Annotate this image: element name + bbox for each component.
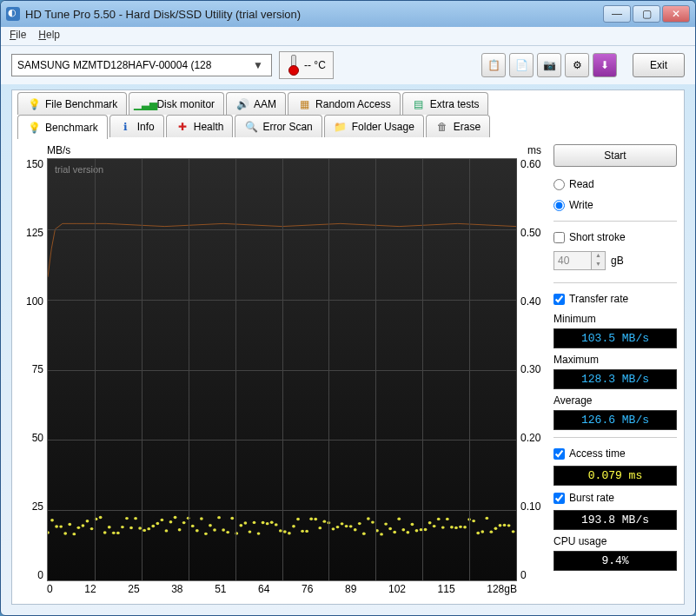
minimize-button[interactable]: — bbox=[603, 5, 631, 23]
svg-point-39 bbox=[217, 516, 221, 519]
svg-point-101 bbox=[489, 530, 493, 533]
svg-point-35 bbox=[200, 517, 203, 520]
read-label: Read bbox=[569, 178, 594, 190]
svg-point-28 bbox=[169, 520, 173, 523]
svg-point-97 bbox=[472, 520, 475, 522]
tab-file-benchmark[interactable]: 💡File Benchmark bbox=[17, 92, 127, 115]
svg-point-87 bbox=[428, 521, 432, 524]
svg-point-26 bbox=[160, 519, 163, 521]
tab-icon: ▦ bbox=[297, 97, 311, 111]
menu-help[interactable]: Help bbox=[38, 29, 60, 43]
svg-point-33 bbox=[191, 525, 195, 527]
burst-rate-value: 193.8 MB/s bbox=[553, 510, 677, 530]
tab-health[interactable]: ✚Health bbox=[166, 115, 234, 137]
copy-screenshot-button[interactable]: 📄 bbox=[509, 53, 534, 77]
chart-area: MB/s ms 1501251007550250 trial version 0… bbox=[19, 144, 547, 597]
transfer-rate-label: Transfer rate bbox=[569, 293, 628, 305]
short-stroke-checkbox[interactable] bbox=[553, 232, 565, 243]
device-select-value: SAMSUNG MZMTD128HAFV-00004 (128 bbox=[17, 59, 250, 71]
svg-point-70 bbox=[354, 528, 357, 531]
tab-icon: ℹ bbox=[119, 120, 133, 134]
svg-point-65 bbox=[332, 527, 335, 530]
tab-aam[interactable]: 🔊AAM bbox=[226, 92, 286, 115]
spin-up-icon[interactable]: ▲ bbox=[591, 252, 605, 261]
svg-point-1 bbox=[50, 519, 54, 521]
start-button[interactable]: Start bbox=[553, 144, 677, 167]
save-button[interactable]: ⬇ bbox=[593, 53, 617, 77]
svg-point-14 bbox=[108, 526, 111, 528]
copy-info-button[interactable]: 📋 bbox=[481, 53, 506, 77]
temperature-display: -- °C bbox=[279, 51, 334, 79]
transfer-rate-checkbox[interactable] bbox=[553, 294, 565, 305]
titlebar[interactable]: HD Tune Pro 5.50 - Hard Disk/SSD Utility… bbox=[1, 1, 695, 27]
tab-disk-monitor[interactable]: ▁▃▅Disk monitor bbox=[129, 92, 224, 115]
tab-random-access[interactable]: ▦Random Access bbox=[288, 92, 401, 115]
window-title: HD Tune Pro 5.50 - Hard Disk/SSD Utility… bbox=[25, 8, 603, 21]
minimum-value: 103.5 MB/s bbox=[553, 328, 677, 348]
spin-down-icon[interactable]: ▼ bbox=[591, 261, 605, 269]
svg-point-12 bbox=[99, 516, 103, 519]
tab-error-scan[interactable]: 🔍Error Scan bbox=[235, 115, 321, 137]
tab-icon: 🗑 bbox=[435, 120, 449, 134]
short-stroke-input[interactable]: 40 ▲▼ bbox=[553, 251, 606, 270]
tab-label: Erase bbox=[454, 121, 481, 133]
burst-rate-checkbox[interactable] bbox=[553, 493, 565, 504]
svg-point-36 bbox=[204, 533, 208, 535]
tab-erase[interactable]: 🗑Erase bbox=[426, 115, 490, 137]
exit-button[interactable]: Exit bbox=[633, 53, 685, 77]
read-radio[interactable] bbox=[553, 179, 565, 190]
svg-point-69 bbox=[349, 525, 353, 527]
svg-point-45 bbox=[244, 521, 248, 524]
tab-icon: ✚ bbox=[176, 120, 189, 134]
screenshot-button[interactable]: 📷 bbox=[537, 53, 561, 77]
svg-point-76 bbox=[380, 533, 383, 535]
svg-point-58 bbox=[301, 530, 304, 533]
tab-row-top: 💡File Benchmark▁▃▅Disk monitor🔊AAM▦Rando… bbox=[17, 92, 679, 115]
short-stroke-label: Short stroke bbox=[569, 231, 626, 243]
maximum-value: 128.3 MB/s bbox=[553, 369, 677, 389]
tab-info[interactable]: ℹInfo bbox=[109, 115, 164, 137]
options-button[interactable]: ⚙ bbox=[565, 53, 589, 77]
svg-point-95 bbox=[463, 526, 467, 528]
svg-point-47 bbox=[253, 521, 256, 524]
menu-file[interactable]: File bbox=[10, 29, 26, 43]
svg-point-55 bbox=[288, 532, 291, 534]
svg-point-50 bbox=[266, 522, 269, 525]
tab-extra-tests[interactable]: ▤Extra tests bbox=[402, 92, 489, 115]
tab-benchmark[interactable]: 💡Benchmark bbox=[17, 115, 108, 139]
tab-label: Error Scan bbox=[262, 121, 312, 133]
svg-point-86 bbox=[424, 528, 428, 531]
close-button[interactable]: ✕ bbox=[662, 5, 690, 23]
svg-point-61 bbox=[314, 518, 317, 520]
tab-label: Disk monitor bbox=[156, 98, 215, 110]
svg-point-20 bbox=[134, 517, 137, 520]
svg-point-77 bbox=[384, 522, 388, 525]
svg-point-6 bbox=[72, 533, 76, 535]
write-label: Write bbox=[569, 199, 593, 211]
y-right-label: ms bbox=[527, 144, 541, 156]
svg-point-98 bbox=[476, 532, 480, 534]
svg-point-90 bbox=[441, 526, 445, 528]
svg-point-8 bbox=[82, 524, 85, 527]
svg-point-5 bbox=[68, 523, 71, 526]
svg-point-4 bbox=[63, 532, 67, 534]
svg-point-7 bbox=[76, 527, 80, 529]
svg-point-18 bbox=[125, 517, 129, 520]
access-time-checkbox[interactable] bbox=[553, 448, 565, 460]
svg-point-27 bbox=[165, 529, 169, 532]
tab-folder-usage[interactable]: 📁Folder Usage bbox=[324, 115, 424, 137]
write-radio[interactable] bbox=[553, 200, 565, 211]
app-icon bbox=[6, 7, 20, 21]
svg-point-99 bbox=[481, 530, 484, 533]
tab-icon: 💡 bbox=[27, 97, 41, 111]
svg-point-51 bbox=[270, 521, 274, 524]
tab-icon: 💡 bbox=[27, 121, 41, 135]
device-select[interactable]: SAMSUNG MZMTD128HAFV-00004 (128 ▼ bbox=[11, 54, 272, 76]
x-axis: 012253851647689102115128gB bbox=[47, 581, 517, 597]
svg-point-40 bbox=[222, 528, 225, 531]
svg-point-24 bbox=[151, 525, 155, 527]
minimum-label: Minimum bbox=[553, 313, 677, 325]
svg-point-30 bbox=[178, 528, 182, 531]
maximize-button[interactable]: ▢ bbox=[633, 5, 660, 23]
svg-point-17 bbox=[121, 526, 124, 528]
